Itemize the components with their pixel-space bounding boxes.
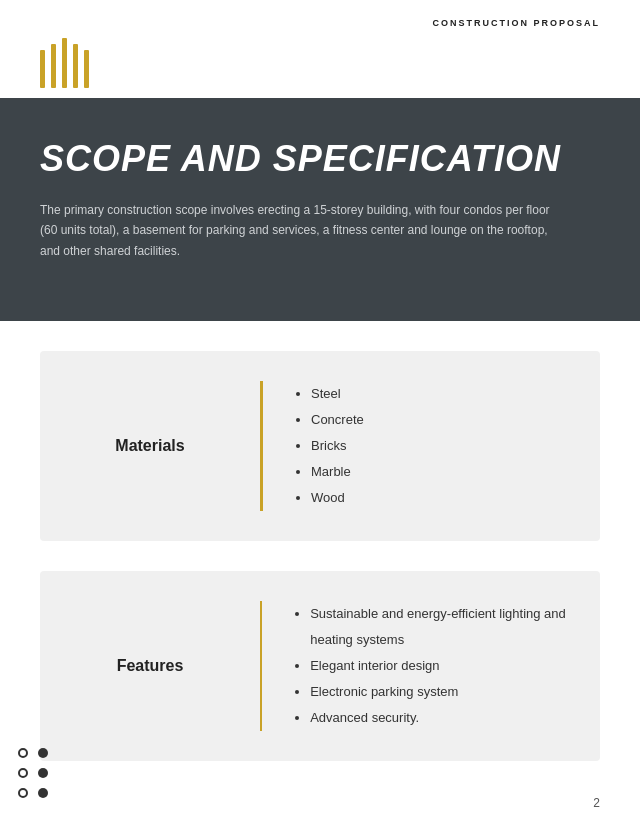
dot-outline-2 xyxy=(18,768,28,778)
list-item: Sustainable and energy-efficient lightin… xyxy=(310,601,570,653)
document-title: CONSTRUCTION PROPOSAL xyxy=(432,18,600,28)
list-item: Steel xyxy=(311,381,364,407)
list-item: Electronic parking system xyxy=(310,679,570,705)
bar-4 xyxy=(73,44,78,88)
section-title: SCOPE AND SPECIFICATION xyxy=(40,138,600,180)
bar-5 xyxy=(84,50,89,88)
features-list: Sustainable and energy-efficient lightin… xyxy=(292,601,570,731)
list-item: Marble xyxy=(311,459,364,485)
materials-label: Materials xyxy=(70,437,230,455)
page: CONSTRUCTION PROPOSAL SCOPE AND SPECIFIC… xyxy=(0,0,640,828)
dot-row-2 xyxy=(18,768,48,778)
page-number: 2 xyxy=(593,796,600,810)
list-item: Concrete xyxy=(311,407,364,433)
dot-filled-3 xyxy=(38,788,48,798)
list-item: Advanced security. xyxy=(310,705,570,731)
dot-filled-1 xyxy=(38,748,48,758)
list-item: Wood xyxy=(311,485,364,511)
content-area: Materials Steel Concrete Bricks Marble W… xyxy=(0,321,640,821)
dot-filled-2 xyxy=(38,768,48,778)
features-divider xyxy=(260,601,262,731)
list-item: Bricks xyxy=(311,433,364,459)
dot-row-3 xyxy=(18,788,48,798)
dot-outline-1 xyxy=(18,748,28,758)
dots-decoration xyxy=(18,748,48,798)
bar-1 xyxy=(40,50,45,88)
bar-2 xyxy=(51,44,56,88)
materials-card: Materials Steel Concrete Bricks Marble W… xyxy=(40,351,600,541)
materials-list: Steel Concrete Bricks Marble Wood xyxy=(293,381,364,511)
hero-description: The primary construction scope involves … xyxy=(40,200,560,261)
bar-3 xyxy=(62,38,67,88)
hero-section: SCOPE AND SPECIFICATION The primary cons… xyxy=(0,98,640,321)
features-card: Features Sustainable and energy-efficien… xyxy=(40,571,600,761)
header: CONSTRUCTION PROPOSAL xyxy=(0,0,640,28)
materials-divider xyxy=(260,381,263,511)
list-item: Elegant interior design xyxy=(310,653,570,679)
dot-outline-3 xyxy=(18,788,28,798)
decorative-bars xyxy=(0,28,640,88)
features-label: Features xyxy=(70,657,230,675)
dot-row-1 xyxy=(18,748,48,758)
